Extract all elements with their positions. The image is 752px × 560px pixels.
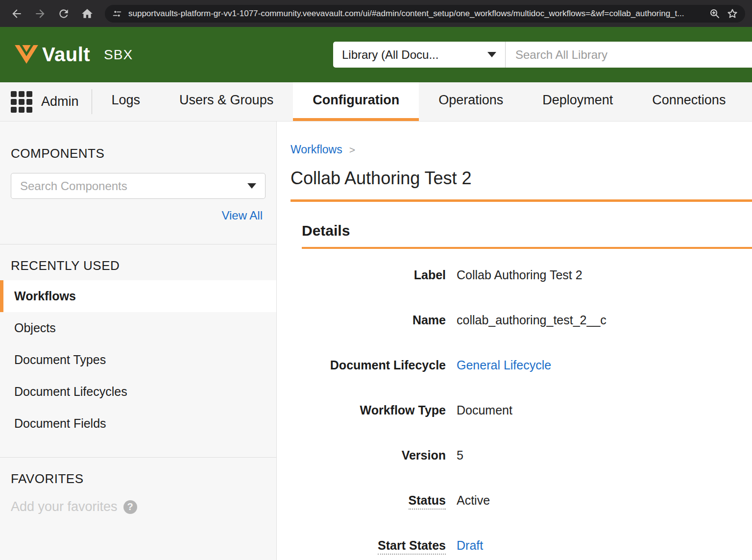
favorites-empty-text: Add your favorites	[11, 499, 118, 514]
draft-state-link[interactable]: Draft	[457, 538, 483, 552]
title-divider	[291, 199, 752, 202]
general-lifecycle-link[interactable]: General Lifecycle	[457, 358, 551, 372]
sidebar-item-workflows[interactable]: Workflows	[0, 280, 276, 312]
tab-connections[interactable]: Connections	[632, 82, 745, 121]
field-label: Label	[414, 268, 446, 282]
vault-logo[interactable]: Vault SBX	[15, 44, 133, 66]
favorites-heading: FAVORITES	[11, 471, 276, 487]
help-icon[interactable]: ?	[123, 500, 137, 514]
tab-users-groups[interactable]: Users & Groups	[160, 82, 293, 121]
chevron-right-icon: >	[349, 144, 355, 156]
components-search-placeholder: Search Components	[20, 179, 127, 193]
refresh-icon[interactable]	[54, 4, 73, 24]
status-tooltip-label[interactable]: Status	[409, 493, 446, 510]
favorites-empty-state: Add your favorites ?	[11, 499, 276, 514]
home-icon[interactable]	[77, 4, 97, 24]
sidebar-item-objects[interactable]: Objects	[0, 312, 276, 344]
field-row-version: Version 5	[302, 448, 752, 463]
search-input[interactable]	[506, 42, 752, 68]
veeva-v-icon	[15, 45, 38, 65]
chevron-down-icon	[247, 183, 256, 189]
details-fields: Label Collab Authoring Test 2 Name colla…	[302, 268, 752, 553]
field-label: Document Lifecycle	[330, 358, 446, 372]
details-divider	[302, 247, 752, 249]
admin-nav: Admin Logs Users & Groups Configuration …	[0, 82, 752, 122]
environment-label: SBX	[104, 47, 133, 63]
zoom-icon[interactable]	[709, 8, 721, 20]
sidebar-item-document-lifecycles[interactable]: Document Lifecycles	[0, 376, 276, 408]
tab-operations[interactable]: Operations	[419, 82, 523, 121]
bookmark-star-icon[interactable]	[727, 8, 738, 20]
field-row-label: Label Collab Authoring Test 2	[302, 268, 752, 282]
field-row-document-lifecycle: Document Lifecycle General Lifecycle	[302, 358, 752, 372]
url-text[interactable]: supportvaults-platform-gr-vv1-1077-commu…	[128, 9, 703, 19]
sidebar-divider	[0, 244, 276, 244]
field-row-workflow-type: Workflow Type Document	[302, 403, 752, 417]
chevron-down-icon	[487, 52, 496, 57]
tab-logs[interactable]: Logs	[92, 82, 160, 121]
address-bar[interactable]: supportvaults-platform-gr-vv1-1077-commu…	[105, 5, 745, 23]
breadcrumb-workflows-link[interactable]: Workflows	[291, 143, 342, 156]
sidebar-item-document-fields[interactable]: Document Fields	[0, 408, 276, 439]
browser-toolbar: supportvaults-platform-gr-vv1-1077-commu…	[0, 0, 752, 27]
field-label: Name	[412, 313, 446, 327]
apps-grid-icon	[11, 91, 32, 113]
forward-icon[interactable]	[30, 4, 50, 24]
main-panel: Workflows > Collab Authoring Test 2 Deta…	[277, 122, 752, 560]
site-info-icon[interactable]	[112, 8, 122, 19]
field-label: Version	[402, 448, 446, 462]
details-heading: Details	[302, 222, 752, 239]
field-value: 5	[457, 448, 463, 463]
sidebar-item-document-types[interactable]: Document Types	[0, 344, 276, 376]
global-search: Library (All Docu...	[333, 42, 752, 68]
sidebar: COMPONENTS Search Components View All RE…	[0, 122, 277, 560]
start-states-tooltip-label[interactable]: Start States	[378, 538, 446, 555]
details-section: Details Label Collab Authoring Test 2 Na…	[302, 222, 752, 553]
field-value: Document	[457, 403, 512, 417]
tab-configuration[interactable]: Configuration	[293, 82, 419, 121]
field-row-start-states: Start States Draft	[302, 538, 752, 553]
field-label: Workflow Type	[360, 403, 446, 417]
admin-menu-button[interactable]: Admin	[0, 82, 92, 121]
status-value: Active	[457, 493, 490, 508]
view-all-link[interactable]: View All	[221, 209, 263, 222]
sidebar-divider	[0, 457, 276, 458]
back-icon[interactable]	[7, 4, 26, 24]
field-row-name: Name collab_authoring_test_2__c	[302, 313, 752, 327]
admin-label: Admin	[41, 94, 79, 109]
tab-deployment[interactable]: Deployment	[523, 82, 632, 121]
components-heading: COMPONENTS	[11, 146, 276, 161]
components-search-select[interactable]: Search Components	[11, 173, 266, 199]
content-area: COMPONENTS Search Components View All RE…	[0, 122, 752, 560]
app-header: Vault SBX Library (All Docu...	[0, 27, 752, 82]
search-scope-select[interactable]: Library (All Docu...	[333, 42, 506, 68]
field-row-status: Status Active	[302, 493, 752, 508]
recently-used-heading: RECENTLY USED	[11, 258, 276, 273]
search-scope-value: Library (All Docu...	[342, 48, 438, 62]
field-value: Collab Authoring Test 2	[457, 268, 582, 282]
breadcrumb: Workflows >	[291, 143, 752, 156]
field-value: collab_authoring_test_2__c	[457, 313, 606, 327]
logo-text: Vault	[42, 44, 90, 66]
page-title: Collab Authoring Test 2	[291, 168, 752, 189]
